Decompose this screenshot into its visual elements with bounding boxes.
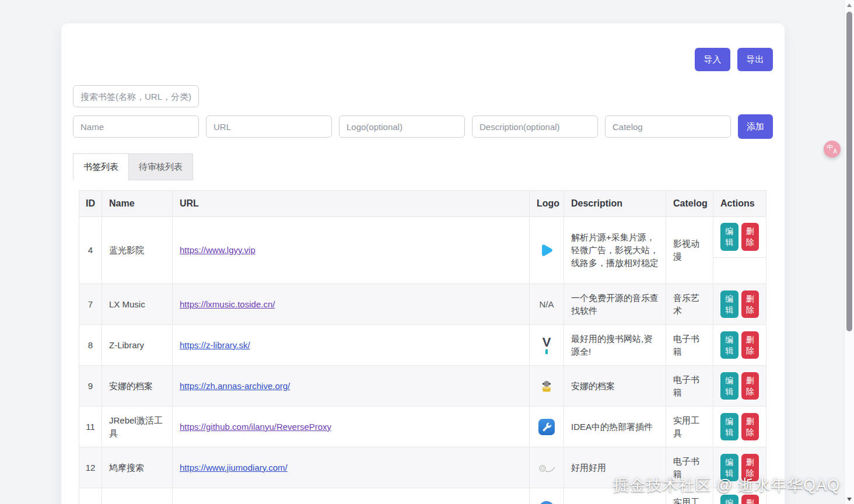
cell-url: https://z-library.sk/ [173, 325, 530, 366]
cell-description: IDEA中的热部署插件 [564, 407, 666, 447]
cell-name: Navicat试用 [102, 488, 173, 504]
cell-id: 4 [79, 217, 102, 284]
cell-actions: 编辑删除 [713, 325, 766, 366]
add-bookmark-form: 添加 [73, 114, 773, 139]
cell-actions: 编辑删除 [713, 366, 766, 407]
logo-na-text: N/A [539, 299, 554, 309]
bookmark-link[interactable]: https://github.com/ilanyu/ReverseProxy [180, 422, 331, 432]
cell-name: 鸠摩搜索 [102, 447, 173, 488]
cell-id: 7 [79, 284, 102, 325]
scrollbar-up-arrow-icon[interactable] [847, 4, 852, 7]
export-button[interactable]: 导出 [737, 48, 773, 71]
table-row: 4蓝光影院https://www.lgyy.vip解析片源+采集片源，轻微广告，… [79, 217, 766, 284]
bookmark-link[interactable]: https://z-library.sk/ [180, 340, 250, 350]
cell-actions: 编辑删除 [713, 488, 766, 504]
table-row: 9安娜的档案https://zh.annas-archive.org/安娜的档案… [79, 366, 766, 407]
header-name: Name [102, 191, 173, 217]
scrollbar[interactable] [844, 0, 854, 504]
cell-name: JRebel激活工具 [102, 407, 173, 447]
cell-name: Z-Library [102, 325, 173, 366]
edit-button[interactable]: 编辑 [720, 413, 738, 441]
delete-button[interactable]: 删除 [741, 290, 760, 318]
cell-description: 一个免费开源的音乐查找软件 [564, 284, 666, 325]
tab-bookmark-list[interactable]: 书签列表 [73, 153, 129, 180]
z-library-icon: V [542, 336, 551, 354]
cell-logo [530, 366, 564, 407]
delete-button[interactable]: 删除 [741, 372, 760, 400]
cell-url: https://github.com/ilanyu/ReverseProxy [173, 407, 530, 447]
catelog-field[interactable] [605, 116, 731, 138]
logo-field[interactable] [339, 116, 465, 138]
annas-archive-icon [539, 379, 554, 393]
edit-button[interactable]: 编辑 [720, 495, 738, 504]
translate-zh-glyph: 中 [827, 144, 833, 150]
table-row: 12鸠摩搜索https://www.jiumodiary.com/好用好用电子书… [79, 447, 766, 488]
tab-bar: 书签列表 待审核列表 [73, 153, 773, 180]
cell-logo [530, 488, 564, 504]
table-row: Navicat试用实用工具编辑删除 [79, 488, 766, 504]
cell-id: 12 [79, 447, 102, 488]
delete-button[interactable]: 删除 [741, 413, 760, 441]
cell-catelog: 实用工具 [666, 407, 713, 447]
import-button[interactable]: 导入 [695, 48, 730, 71]
wrench-icon [538, 419, 555, 435]
translate-fab-button[interactable]: 中 A [824, 141, 841, 158]
cell-catelog: 影视动漫 [666, 217, 713, 284]
cell-actions: 编辑删除 [713, 447, 766, 488]
cell-catelog: 电子书籍 [666, 447, 713, 488]
scrollbar-down-arrow-icon[interactable] [847, 498, 852, 501]
description-field[interactable] [472, 116, 598, 138]
cell-description: 解析片源+采集片源，轻微广告，影视大站，线路多，播放相对稳定 [564, 217, 666, 284]
table-header-row: ID Name URL Logo Description Catelog Act… [79, 191, 766, 217]
header-actions: Actions [713, 191, 766, 217]
name-field[interactable] [73, 116, 199, 138]
cell-catelog: 音乐艺术 [666, 284, 713, 325]
add-button[interactable]: 添加 [738, 114, 773, 139]
header-description: Description [564, 191, 666, 217]
edit-button[interactable]: 编辑 [720, 290, 738, 318]
table-row: 11JRebel激活工具https://github.com/ilanyu/Re… [79, 407, 766, 447]
edit-button[interactable]: 编辑 [720, 223, 738, 251]
cell-actions: 编辑删除 [713, 284, 766, 325]
cell-catelog: 实用工具 [666, 488, 713, 504]
cell-logo [530, 407, 564, 447]
translate-en-glyph: A [833, 149, 837, 155]
cell-logo: V [530, 325, 564, 366]
cell-description [564, 488, 666, 504]
snail-icon [538, 464, 555, 473]
delete-button[interactable]: 删除 [741, 454, 760, 482]
delete-button[interactable]: 删除 [741, 331, 760, 359]
bookmark-link[interactable]: https://www.lgyy.vip [180, 245, 256, 255]
navicat-icon [539, 501, 554, 504]
cell-url: https://lxmusic.toside.cn/ [173, 284, 530, 325]
bookmark-link[interactable]: https://www.jiumodiary.com/ [180, 463, 288, 473]
header-id: ID [79, 191, 102, 217]
cell-name: LX Music [102, 284, 173, 325]
cell-logo [530, 217, 564, 284]
tab-pending-review-list[interactable]: 待审核列表 [128, 153, 193, 180]
cell-description: 最好用的搜书网站,资源全! [564, 325, 666, 366]
delete-button[interactable]: 删除 [741, 495, 760, 504]
edit-button[interactable]: 编辑 [720, 331, 738, 359]
header-url: URL [173, 191, 530, 217]
bookmark-link[interactable]: https://zh.annas-archive.org/ [180, 381, 290, 391]
bookmark-manager-card: 导入 导出 添加 书签列表 待审核列表 ID Name URL L [61, 23, 785, 504]
edit-button[interactable]: 编辑 [720, 454, 738, 482]
cell-id: 8 [79, 325, 102, 366]
cell-description: 好用好用 [564, 447, 666, 488]
bookmark-link[interactable]: https://lxmusic.toside.cn/ [180, 299, 275, 309]
table-body: 4蓝光影院https://www.lgyy.vip解析片源+采集片源，轻微广告，… [79, 217, 766, 504]
cell-url: https://zh.annas-archive.org/ [173, 366, 530, 407]
search-row [73, 85, 773, 107]
toolbar: 导入 导出 [73, 48, 773, 71]
cell-catelog: 电子书籍 [666, 325, 713, 366]
search-input[interactable] [73, 85, 199, 107]
delete-button[interactable]: 删除 [741, 223, 760, 251]
edit-button[interactable]: 编辑 [720, 372, 738, 400]
cell-logo [530, 447, 564, 488]
cell-name: 安娜的档案 [102, 366, 173, 407]
url-field[interactable] [206, 116, 332, 138]
scrollbar-thumb[interactable] [846, 12, 852, 331]
cell-id [79, 488, 102, 504]
cell-id: 11 [79, 407, 102, 447]
